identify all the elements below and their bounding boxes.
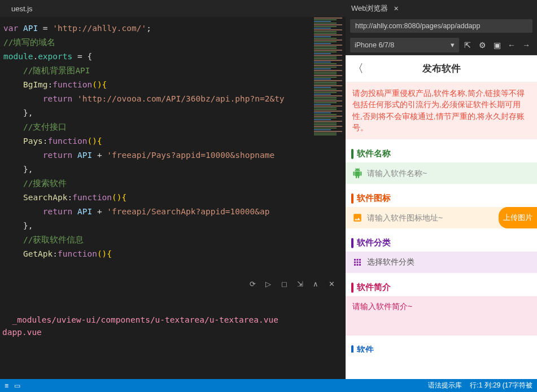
- forward-icon[interactable]: →: [520, 39, 532, 51]
- android-icon: [352, 168, 363, 178]
- close-icon[interactable]: ✕: [329, 280, 337, 288]
- address-bar[interactable]: [350, 19, 532, 33]
- page-title: 发布软件: [364, 62, 519, 75]
- terminal[interactable]: _modules/uview-ui/components/u-textarea/…: [0, 291, 346, 379]
- grid-icon: [352, 257, 363, 267]
- image-icon: [352, 213, 363, 223]
- status-bar: ≡ ▭ 语法提示库 行:1 列:29 (17字符被: [0, 379, 537, 392]
- keyword-var: var: [3, 24, 18, 33]
- back-chevron-icon[interactable]: 〈: [352, 61, 364, 76]
- chevron-down-icon: ▾: [451, 41, 455, 49]
- terminal-line: dapp.vue: [2, 326, 343, 338]
- section-title-icon: 软件图标: [357, 193, 391, 204]
- code-editor[interactable]: var API = 'http://ahlly.com/'; //填写的域名 m…: [0, 17, 346, 276]
- minimap[interactable]: [312, 17, 346, 276]
- notice-banner: 请勿投稿严重侵权产品,软件名称,简介,链接等不得包括任何形式的引流行为,必须保证…: [346, 82, 537, 139]
- stop-icon[interactable]: ◻: [281, 280, 289, 288]
- back-icon[interactable]: ←: [505, 39, 518, 51]
- restart-icon[interactable]: ⟳: [250, 280, 257, 288]
- device-select[interactable]: iPhone 6/7/8 ▾: [350, 38, 459, 52]
- intro-placeholder: 请输入软件简介~: [352, 302, 530, 312]
- web-browser-panel: Web浏览器 × iPhone 6/7/8 ▾ ⇱ ⚙ ▣ ← → 〈 发布软件…: [346, 0, 537, 379]
- step-icon[interactable]: ⇲: [297, 280, 305, 288]
- cursor-position: 行:1 列:29 (17字符被: [470, 381, 532, 390]
- upload-image-button[interactable]: 上传图片: [499, 207, 537, 228]
- section-title-next: 软件: [357, 345, 374, 353]
- file-tab[interactable]: uest.js: [5, 2, 40, 15]
- terminal-icon[interactable]: ▭: [14, 382, 20, 390]
- open-external-icon[interactable]: ⇱: [461, 39, 474, 51]
- debug-toolbar: ⟳ ▷ ◻ ⇲ ∧ ✕: [0, 276, 346, 291]
- browser-title: Web浏览器: [351, 3, 388, 14]
- section-title-category: 软件分类: [357, 237, 391, 248]
- terminal-line: _modules/uview-ui/components/u-textarea/…: [2, 314, 343, 326]
- gear-icon[interactable]: ⚙: [476, 39, 488, 51]
- screenshot-icon[interactable]: ▣: [491, 39, 503, 51]
- intro-textarea[interactable]: 请输入软件简介~: [346, 296, 537, 336]
- continue-icon[interactable]: ▷: [265, 280, 273, 288]
- software-name-input[interactable]: [367, 169, 530, 178]
- section-title-name: 软件名称: [357, 148, 391, 159]
- category-select[interactable]: 选择软件分类: [346, 252, 537, 273]
- close-icon[interactable]: ×: [394, 4, 399, 13]
- syntax-hint[interactable]: 语法提示库: [428, 381, 462, 390]
- phone-preview: 〈 发布软件 请勿投稿严重侵权产品,软件名称,简介,链接等不得包括任何形式的引流…: [346, 55, 537, 379]
- section-title-intro: 软件简介: [357, 282, 391, 293]
- menu-icon[interactable]: ≡: [5, 382, 8, 390]
- category-placeholder: 选择软件分类: [367, 257, 530, 267]
- collapse-up-icon[interactable]: ∧: [313, 280, 321, 288]
